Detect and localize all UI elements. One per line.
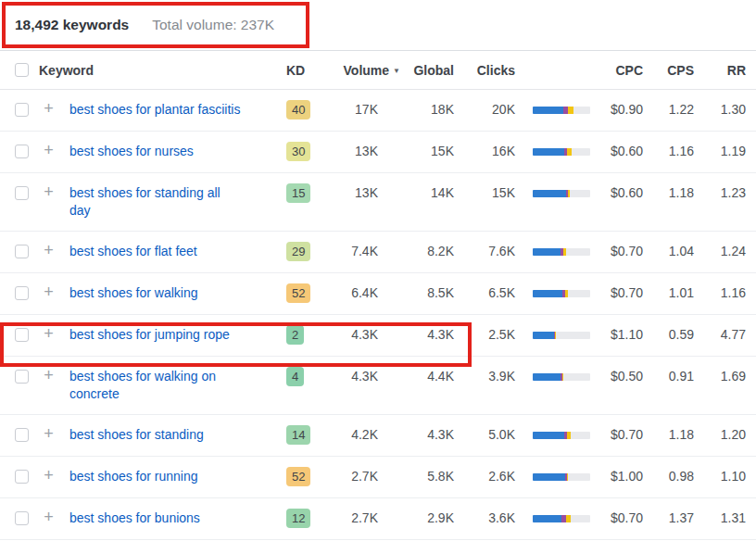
clicks-distribution-bar — [533, 332, 590, 339]
add-to-list-plus-icon[interactable]: + — [42, 243, 56, 258]
row-checkbox[interactable] — [15, 428, 29, 442]
column-header-volume[interactable]: Volume▼ — [333, 63, 400, 78]
add-to-list-plus-icon[interactable]: + — [42, 101, 56, 117]
clicks-bar-cell — [515, 290, 590, 297]
clicks-value: 7.6K — [454, 243, 515, 260]
table-row: + best shoes for bunions 12 2.7K 2.9K 3.… — [0, 498, 756, 540]
global-volume-value: 18K — [378, 101, 454, 119]
cps-value: 1.01 — [643, 284, 694, 302]
keyword-cell: best shoes for bunions — [69, 510, 286, 527]
keyword-link[interactable]: best shoes for jumping rope — [69, 326, 230, 344]
keyword-cell: best shoes for walking on concrete — [69, 368, 286, 403]
column-header-clicks[interactable]: Clicks — [454, 63, 515, 78]
keyword-link[interactable]: best shoes for walking on concrete — [69, 368, 241, 403]
clicks-bar-organic-segment — [533, 107, 563, 114]
table-row: + best shoes for standing all day 15 13K… — [0, 173, 756, 232]
row-checkbox[interactable] — [15, 145, 29, 158]
table-row: + best shoes for jumping rope 2 4.3K 4.3… — [0, 315, 756, 357]
keyword-link[interactable]: best shoes for bunions — [69, 510, 200, 527]
kd-cell: 40 — [286, 101, 333, 120]
rr-value: 1.23 — [694, 184, 746, 202]
column-header-cpc[interactable]: CPC — [590, 63, 643, 78]
clicks-distribution-bar — [533, 473, 590, 481]
row-checkbox[interactable] — [15, 328, 29, 342]
rr-value: 1.19 — [694, 143, 746, 160]
select-all-checkbox[interactable] — [15, 63, 29, 77]
cpc-value: $0.60 — [590, 184, 643, 202]
column-header-global[interactable]: Global — [400, 63, 454, 78]
table-row: + best shoes for flat feet 29 7.4K 8.2K … — [0, 232, 756, 273]
clicks-bar-paid-segment — [567, 148, 572, 156]
global-volume-value: 4.3K — [378, 326, 454, 344]
volume-value: 17K — [333, 101, 378, 119]
clicks-bar-paid-segment — [555, 332, 556, 339]
global-volume-value: 8.2K — [378, 243, 454, 260]
rr-value: 1.69 — [694, 368, 746, 385]
keywords-count: 18,492 keywords — [15, 17, 129, 33]
rr-value: 1.16 — [694, 284, 746, 302]
volume-value: 13K — [333, 143, 378, 160]
row-checkbox[interactable] — [15, 245, 29, 258]
add-to-list-plus-icon[interactable]: + — [42, 326, 56, 342]
table-row: + best shoes for standing 14 4.2K 4.3K 5… — [0, 415, 756, 457]
global-volume-value: 4.4K — [378, 368, 454, 385]
clicks-bar-paid-segment — [563, 248, 566, 256]
volume-value: 2.7K — [333, 468, 378, 485]
keyword-cell: best shoes for standing — [69, 426, 286, 444]
clicks-bar-cell — [515, 148, 590, 156]
keyword-cell: best shoes for flat feet — [69, 243, 286, 260]
clicks-distribution-bar — [533, 107, 590, 114]
row-checkbox[interactable] — [15, 103, 29, 117]
column-header-rr[interactable]: RR — [694, 63, 746, 78]
clicks-value: 3.6K — [454, 510, 515, 527]
kd-badge: 52 — [286, 467, 310, 486]
sort-desc-icon: ▼ — [393, 67, 400, 75]
table-row: + best shoes for plantar fasciitis 40 17… — [0, 90, 756, 132]
clicks-distribution-bar — [533, 373, 590, 381]
keyword-link[interactable]: best shoes for plantar fasciitis — [69, 101, 240, 119]
volume-value: 13K — [333, 184, 378, 202]
kd-badge: 15 — [286, 183, 310, 203]
volume-value: 4.2K — [333, 426, 378, 444]
keyword-link[interactable]: best shoes for nurses — [69, 143, 194, 160]
clicks-value: 15K — [454, 184, 515, 202]
add-to-list-plus-icon[interactable]: + — [42, 284, 56, 300]
keyword-cell: best shoes for walking — [69, 284, 286, 302]
keyword-link[interactable]: best shoes for standing all day — [69, 184, 241, 220]
row-checkbox[interactable] — [15, 511, 29, 525]
clicks-bar-organic-segment — [533, 290, 562, 297]
cps-value: 0.98 — [643, 468, 694, 485]
column-header-kd[interactable]: KD — [286, 63, 333, 78]
add-to-list-plus-icon[interactable]: + — [42, 426, 56, 442]
kd-badge: 12 — [286, 509, 310, 528]
table-row: + best shoes for walking 52 6.4K 8.5K 6.… — [0, 273, 756, 315]
clicks-bar-organic-segment — [533, 248, 561, 256]
row-checkbox[interactable] — [15, 370, 29, 384]
clicks-bar-organic-segment — [533, 515, 561, 522]
add-to-list-plus-icon[interactable]: + — [42, 510, 56, 525]
kd-badge: 29 — [286, 242, 310, 261]
keyword-link[interactable]: best shoes for walking — [69, 284, 198, 302]
column-header-cps[interactable]: CPS — [643, 63, 694, 78]
cpc-value: $0.70 — [590, 426, 643, 444]
row-checkbox[interactable] — [15, 186, 29, 200]
clicks-bar-organic-segment — [533, 190, 566, 197]
keyword-link[interactable]: best shoes for standing — [69, 426, 204, 444]
add-to-list-plus-icon[interactable]: + — [42, 468, 56, 484]
volume-value: 2.7K — [333, 510, 378, 527]
add-to-list-plus-icon[interactable]: + — [42, 368, 56, 384]
kd-cell: 12 — [286, 510, 333, 528]
keyword-link[interactable]: best shoes for flat feet — [69, 243, 197, 260]
add-to-list-plus-icon[interactable]: + — [42, 184, 56, 200]
column-header-keyword[interactable]: Keyword — [39, 63, 286, 78]
row-checkbox[interactable] — [15, 286, 29, 300]
keyword-link[interactable]: best shoes for running — [69, 468, 198, 485]
clicks-value: 6.5K — [454, 284, 515, 302]
add-to-list-plus-icon[interactable]: + — [42, 143, 56, 158]
clicks-bar-cell — [515, 432, 590, 439]
row-checkbox[interactable] — [15, 470, 29, 484]
clicks-value: 2.5K — [454, 326, 515, 344]
kd-cell: 52 — [286, 468, 333, 486]
cps-value: 1.18 — [643, 184, 694, 202]
total-volume: Total volume: 237K — [152, 17, 274, 33]
